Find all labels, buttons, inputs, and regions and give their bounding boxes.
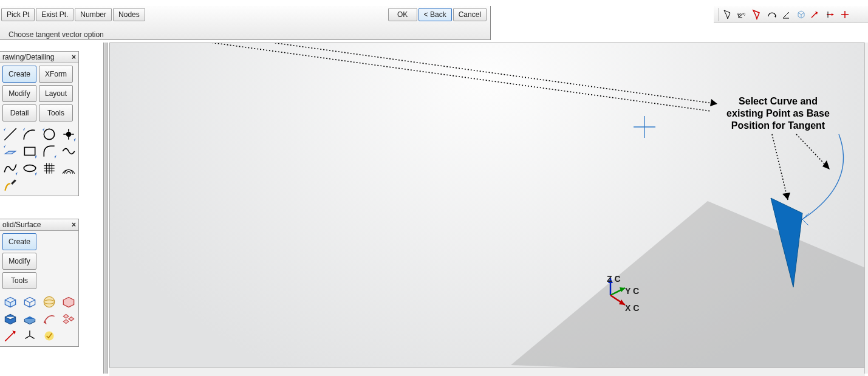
annotation-line: existing Point as Base [711,108,845,120]
close-icon[interactable]: × [72,220,76,229]
point-icon[interactable] [61,126,77,141]
plane-icon[interactable] [2,143,18,158]
svg-point-3 [44,129,54,139]
detail-button[interactable]: Detail [2,104,36,121]
right-toolbar: (xyz) [714,6,868,23]
command-bar: Pick Pt Exist Pt. Number Nodes OK < Back… [0,6,491,40]
tripod-icon[interactable] [22,328,38,343]
wire-box-icon[interactable] [22,294,38,309]
cancel-button[interactable]: Cancel [453,8,487,21]
tools-button[interactable]: Tools [2,272,36,289]
vertical-scrollbar[interactable] [864,43,868,374]
cursor-origin-icon[interactable] [723,9,734,20]
shell-icon[interactable] [61,294,77,309]
svg-marker-6 [74,138,76,142]
modify-button[interactable]: Modify [2,253,36,270]
arc-icon[interactable] [22,126,38,141]
axis-x-label: X C [625,303,639,313]
modify-button[interactable]: Modify [2,85,36,102]
pick-pt-button[interactable]: Pick Pt [1,8,35,21]
svg-marker-1 [4,128,5,131]
close-icon[interactable]: × [72,53,76,61]
box-icon[interactable] [2,294,18,309]
viewport-overlay [110,43,865,374]
svg-point-5 [66,132,72,137]
annotation-line: Position for Tangent [711,120,845,132]
sphere-icon[interactable] [41,294,57,309]
svg-marker-25 [822,160,830,169]
dialog-button-row: OK < Back Cancel [388,8,487,21]
drawing-detailing-panel: rawing/Detailing × Create XForm Modify L… [0,51,79,196]
wave-icon[interactable] [61,143,77,158]
svg-marker-10 [55,156,56,159]
highlight-icon[interactable] [41,328,57,343]
svg-point-14 [44,296,54,307]
svg-marker-18 [511,201,865,371]
svg-point-12 [24,165,36,172]
wireframe-cube-icon[interactable] [796,9,807,20]
xyz-axes-icon[interactable]: (xyz) [737,9,748,20]
red-cursor-icon[interactable] [752,9,763,20]
panel-title-text: rawing/Detailing [2,53,54,61]
axis-y-label: Y C [625,286,639,296]
solid-blue-icon[interactable] [2,311,18,326]
svg-marker-4 [43,128,44,131]
rectangle-icon[interactable] [22,143,38,158]
vertical-splitter[interactable] [103,43,108,374]
svg-rect-8 [24,148,35,156]
svg-marker-11 [16,173,18,176]
panel-title: rawing/Detailing × [0,52,78,63]
exist-pt-button[interactable]: Exist Pt. [36,8,73,21]
line-icon[interactable] [2,126,18,141]
nodes-button[interactable]: Nodes [113,8,145,21]
annotation-line: Select Curve and [711,95,845,108]
svg-marker-7 [4,145,5,148]
panel-button-grid: Create Modify Tools [0,231,78,292]
number-button[interactable]: Number [75,8,112,21]
status-text: Choose tangent vector option [9,30,104,39]
axis-cross-icon[interactable] [839,9,850,20]
ok-button[interactable]: OK [388,8,417,21]
panel-button-grid: Create XForm Modify Layout Detail Tools [0,63,78,124]
callout-annotation: Select Curve and existing Point as Base … [711,95,845,132]
axis-z-label: Z C [607,274,621,284]
vector-red-icon[interactable] [2,328,18,343]
angle-icon[interactable] [781,9,792,20]
svg-marker-13 [35,173,37,176]
pattern-red-icon[interactable] [61,311,77,326]
3d-viewport[interactable]: Z C Y C X C Select Curve and existing Po… [109,43,865,374]
spline-icon[interactable] [2,160,18,175]
svg-marker-2 [23,128,25,131]
edit-sketch-icon[interactable] [2,177,18,192]
xform-button[interactable]: XForm [39,66,73,83]
fillet-icon[interactable] [41,143,57,158]
horizontal-scrollbar[interactable] [109,367,865,376]
plane-normal-icon[interactable] [810,9,821,20]
tool-icon-grid [0,292,78,346]
panel-title-text: olid/Surface [2,220,41,229]
thicken-icon[interactable] [22,311,38,326]
separator [719,8,719,21]
solid-surface-panel: olid/Surface × Create Modify Tools [0,219,79,347]
axis-x-icon[interactable] [825,9,836,20]
create-button[interactable]: Create [2,66,36,83]
tool-icon-grid [0,124,78,196]
svg-marker-24 [782,193,790,200]
layout-button[interactable]: Layout [39,85,73,102]
tools-button[interactable]: Tools [39,104,73,121]
panel-title: olid/Surface × [0,219,78,231]
ellipse-icon[interactable] [22,160,38,175]
svg-point-16 [44,331,53,340]
multi-arc-icon[interactable] [61,160,77,175]
arc-direction-icon[interactable] [767,9,777,20]
back-button[interactable]: < Back [419,8,452,21]
option-button-row: Pick Pt Exist Pt. Number Nodes [0,8,145,21]
mesh-icon[interactable] [41,160,57,175]
sweep-red-icon[interactable] [41,311,57,326]
create-button[interactable]: Create [2,233,36,250]
circle-icon[interactable] [41,126,57,141]
